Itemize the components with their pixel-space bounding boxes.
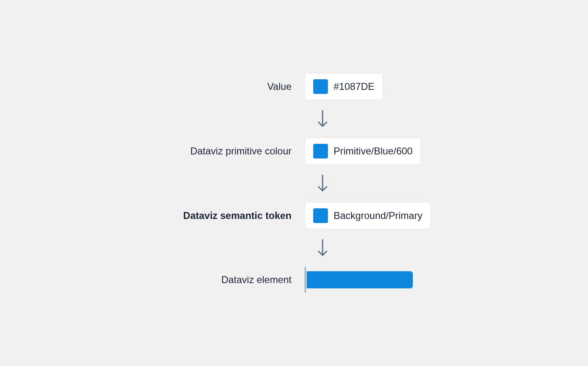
arrow-col bbox=[292, 239, 329, 257]
arrow-down-icon bbox=[316, 174, 329, 192]
label-primitive: Dataviz primitive colour bbox=[190, 145, 292, 157]
level-semantic-row: Dataviz semantic token Background/Primar… bbox=[128, 202, 460, 229]
chip-value-text: #1087DE bbox=[334, 81, 374, 92]
chip-semantic-text: Background/Primary bbox=[334, 210, 422, 221]
dataviz-bar-element bbox=[305, 267, 413, 293]
swatch-primitive bbox=[313, 144, 328, 158]
arrow-down-icon bbox=[316, 110, 329, 128]
label-element: Dataviz element bbox=[221, 274, 292, 286]
arrow-row bbox=[128, 174, 460, 192]
arrow-row bbox=[128, 110, 460, 128]
chip-primitive: Primitive/Blue/600 bbox=[305, 138, 421, 165]
arrow-row bbox=[128, 239, 460, 257]
label-col: Dataviz element bbox=[128, 274, 292, 286]
label-col: Value bbox=[128, 81, 292, 92]
swatch-semantic bbox=[313, 208, 328, 223]
arrow-col bbox=[292, 110, 329, 128]
swatch-value bbox=[313, 79, 328, 94]
chip-primitive-text: Primitive/Blue/600 bbox=[334, 145, 412, 157]
content-col: #1087DE bbox=[305, 73, 460, 100]
chip-value: #1087DE bbox=[305, 73, 383, 100]
label-col: Dataviz primitive colour bbox=[128, 145, 292, 157]
label-col: Dataviz semantic token bbox=[128, 210, 292, 221]
content-col: Primitive/Blue/600 bbox=[305, 138, 460, 165]
label-semantic: Dataviz semantic token bbox=[183, 210, 292, 221]
arrow-col bbox=[292, 174, 329, 192]
level-value-row: Value #1087DE bbox=[128, 73, 460, 100]
chip-semantic: Background/Primary bbox=[305, 202, 431, 229]
level-element-row: Dataviz element bbox=[128, 267, 460, 293]
level-primitive-row: Dataviz primitive colour Primitive/Blue/… bbox=[128, 138, 460, 165]
token-hierarchy-diagram: Value #1087DE Dataviz primitive colour P… bbox=[128, 73, 460, 293]
label-value: Value bbox=[267, 81, 292, 92]
arrow-down-icon bbox=[316, 239, 329, 257]
content-col: Background/Primary bbox=[305, 202, 460, 229]
content-col bbox=[305, 267, 460, 293]
bar-axis-line bbox=[305, 267, 306, 293]
bar-fill bbox=[307, 271, 413, 288]
